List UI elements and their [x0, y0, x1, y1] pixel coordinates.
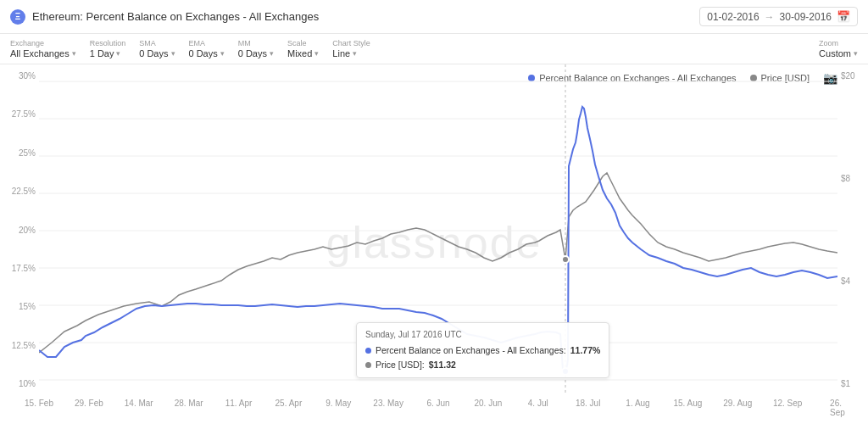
- y-left-label: 15%: [0, 302, 36, 311]
- controls-bar: Exchange All Exchanges Resolution 1 Day …: [0, 34, 868, 64]
- x-axis-label: 20. Jun: [474, 399, 502, 408]
- x-axis-label: 12. Sep: [773, 399, 802, 408]
- y-left-label: 17.5%: [0, 264, 36, 273]
- y-right-label: $4: [841, 276, 868, 286]
- x-axis-label: 15. Aug: [673, 399, 702, 408]
- sma-label: SMA: [139, 39, 175, 47]
- y-right-label: $20: [841, 71, 868, 81]
- x-axis-label: 25. Apr: [275, 399, 303, 408]
- x-axis-label: 1. Aug: [626, 399, 649, 408]
- x-axis-label: 6. Jun: [426, 399, 449, 408]
- x-axis-label: 23. May: [373, 399, 403, 408]
- calendar-icon: 📅: [837, 10, 850, 23]
- date-end: 30-09-2016: [780, 11, 832, 23]
- zoom-control: Zoom Custom: [819, 39, 858, 59]
- x-axis-label: 15. Feb: [25, 399, 53, 408]
- balance-line: [39, 107, 837, 371]
- mm-control: MM 0 Days: [238, 39, 274, 59]
- y-axis-left: 30%27.5%25%22.5%20%17.5%15%12.5%10%: [0, 64, 39, 395]
- exchange-dropdown[interactable]: All Exchanges: [10, 48, 76, 59]
- x-axis-label: 18. Jul: [576, 399, 600, 408]
- chart-svg: .grid-line { stroke: #eee; stroke-width:…: [39, 64, 837, 395]
- y-right-label: $8: [841, 174, 868, 183]
- y-left-label: 20%: [0, 226, 36, 235]
- zoom-dropdown[interactable]: Custom: [819, 48, 858, 59]
- y-axis-right: $20$8$4$1: [837, 64, 868, 395]
- x-axis-label: 4. Jul: [528, 399, 548, 408]
- x-axis-label: 11. Apr: [225, 399, 253, 408]
- y-right-label: $1: [841, 379, 868, 388]
- chart-style-dropdown[interactable]: Line: [332, 48, 370, 59]
- resolution-control: Resolution 1 Day: [90, 39, 126, 59]
- x-axis-label: 28. Mar: [175, 399, 203, 408]
- x-axis-label: 29. Feb: [75, 399, 103, 408]
- x-axis-label: 26. Sep: [830, 399, 845, 417]
- y-left-label: 30%: [0, 71, 36, 81]
- scale-dropdown[interactable]: Mixed: [287, 48, 319, 59]
- y-left-label: 12.5%: [0, 341, 36, 350]
- header: Ξ Ethereum: Percent Balance on Exchanges…: [0, 0, 868, 34]
- chart-area: glassnode Percent Balance on Exchanges -…: [0, 64, 868, 421]
- x-axis-label: 29. Aug: [723, 399, 752, 408]
- mm-label: MM: [238, 39, 274, 47]
- scale-control: Scale Mixed: [287, 39, 319, 59]
- x-axis-label: 14. Mar: [125, 399, 153, 408]
- x-axis: 15. Feb29. Feb14. Mar28. Mar11. Apr25. A…: [39, 395, 837, 421]
- y-left-label: 27.5%: [0, 109, 36, 119]
- date-start: 01-02-2016: [707, 11, 759, 23]
- exchange-label: Exchange: [10, 39, 76, 47]
- sma-control: SMA 0 Days: [139, 39, 175, 59]
- exchange-control: Exchange All Exchanges: [10, 39, 76, 59]
- tooltip-dot-gray: [562, 256, 569, 263]
- resolution-dropdown[interactable]: 1 Day: [90, 48, 126, 59]
- page-title: Ethereum: Percent Balance on Exchanges -…: [32, 10, 693, 23]
- y-left-label: 25%: [0, 148, 36, 158]
- y-left-label: 10%: [0, 379, 36, 388]
- chart-style-control: Chart Style Line: [332, 39, 370, 59]
- sma-dropdown[interactable]: 0 Days: [139, 48, 175, 59]
- price-line: [39, 173, 837, 353]
- x-axis-label: 9. May: [326, 399, 351, 408]
- eth-icon: Ξ: [10, 9, 25, 25]
- chart-style-label: Chart Style: [332, 39, 370, 47]
- scale-label: Scale: [287, 39, 319, 47]
- date-range[interactable]: 01-02-2016 → 30-09-2016 📅: [699, 7, 858, 26]
- ema-label: EMA: [189, 39, 225, 47]
- zoom-label: Zoom: [819, 39, 858, 47]
- tooltip-dot-blue: [562, 368, 569, 375]
- ema-control: EMA 0 Days: [189, 39, 225, 59]
- date-arrow: →: [765, 11, 775, 23]
- resolution-label: Resolution: [90, 39, 126, 47]
- mm-dropdown[interactable]: 0 Days: [238, 48, 274, 59]
- y-left-label: 22.5%: [0, 187, 36, 196]
- ema-dropdown[interactable]: 0 Days: [189, 48, 225, 59]
